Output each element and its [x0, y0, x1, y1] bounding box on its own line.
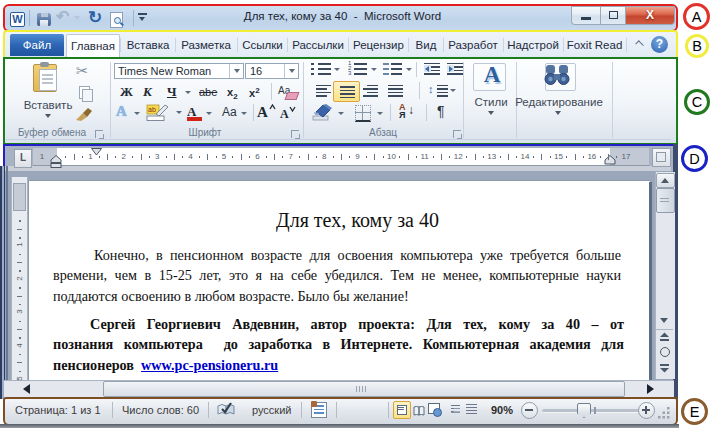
- svg-text:ab: ab: [148, 106, 156, 113]
